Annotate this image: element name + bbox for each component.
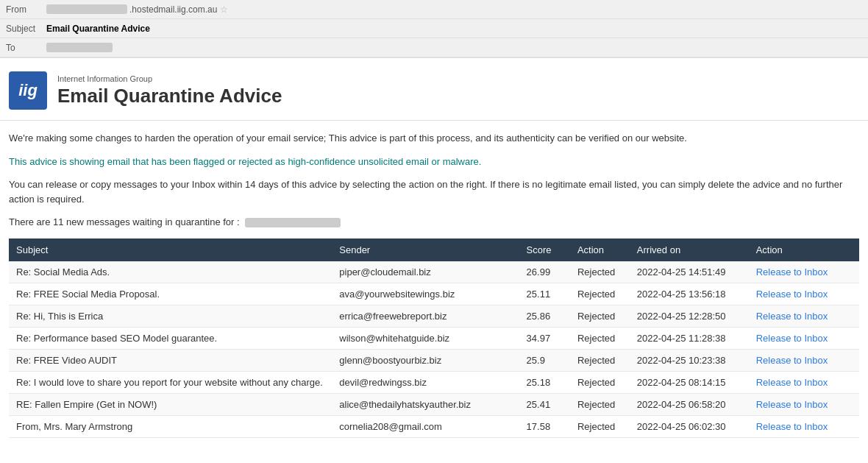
release-inbox-link[interactable]: Release to Inbox: [756, 266, 828, 278]
col-header-subject: Subject: [9, 238, 332, 261]
release-inbox-link[interactable]: Release to Inbox: [756, 377, 828, 388]
release-inbox-link[interactable]: Release to Inbox: [756, 333, 828, 344]
cell-sender: cornelia208@gmail.com: [332, 415, 519, 437]
table-header: Subject Sender Score Action Arrived on A…: [9, 238, 859, 261]
cell-action: Rejected: [570, 415, 630, 437]
col-header-action: Action: [570, 238, 630, 261]
cell-subject: Re: I would love to share you report for…: [9, 371, 332, 393]
cell-score: 25.18: [519, 371, 570, 393]
cell-arrived: 2022-04-25 11:28:38: [630, 327, 749, 349]
from-row: From .hostedmail.iig.com.au ☆: [0, 0, 868, 19]
cell-action: Rejected: [570, 283, 630, 305]
cell-arrived: 2022-04-25 14:51:49: [630, 261, 749, 283]
cell-arrived: 2022-04-25 06:58:20: [630, 393, 749, 415]
table-row: Re: Social Media Ads.piper@cloudemail.bi…: [9, 261, 859, 283]
cell-subject: Re: FREE Video AUDIT: [9, 349, 332, 371]
cell-subject: Re: FREE Social Media Proposal.: [9, 283, 332, 305]
cell-sender: alice@thedailyhatskyauther.biz: [332, 393, 519, 415]
cell-action: Rejected: [570, 349, 630, 371]
cell-action-link: Release to Inbox: [749, 393, 859, 415]
cell-action-link: Release to Inbox: [749, 415, 859, 437]
cell-score: 25.9: [519, 349, 570, 371]
cell-score: 25.11: [519, 283, 570, 305]
iig-logo: iig: [9, 71, 47, 110]
iig-org-name: Internet Information Group: [57, 74, 282, 83]
release-inbox-link[interactable]: Release to Inbox: [756, 289, 828, 300]
cell-action: Rejected: [570, 327, 630, 349]
cell-sender: glenn@boostyourbiz.biz: [332, 349, 519, 371]
table-row: RE: Fallen Empire (Get in NOW!)alice@the…: [9, 393, 859, 415]
table-row: Re: FREE Video AUDITglenn@boostyourbiz.b…: [9, 349, 859, 371]
paragraph-1: We're making some changes to harden the …: [9, 131, 859, 146]
cell-action-link: Release to Inbox: [749, 261, 859, 283]
cell-subject: Re: Performance based SEO Model guarante…: [9, 327, 332, 349]
star-icon[interactable]: ☆: [220, 4, 228, 15]
quarantine-count: There are 11 new messages waiting in qua…: [9, 215, 859, 230]
cell-score: 25.41: [519, 393, 570, 415]
cell-arrived: 2022-04-25 13:56:18: [630, 283, 749, 305]
iig-title: Email Quarantine Advice: [57, 85, 282, 107]
cell-action: Rejected: [570, 393, 630, 415]
quarantine-prefix: There are 11 new messages waiting in qua…: [9, 216, 240, 227]
cell-sender: errica@freewebreport.biz: [332, 305, 519, 327]
cell-score: 34.97: [519, 327, 570, 349]
email-header: From .hostedmail.iig.com.au ☆ Subject Em…: [0, 0, 868, 58]
cell-sender: wilson@whitehatguide.biz: [332, 327, 519, 349]
cell-sender: piper@cloudemail.biz: [332, 261, 519, 283]
release-inbox-link[interactable]: Release to Inbox: [756, 311, 828, 322]
table-row: Re: I would love to share you report for…: [9, 371, 859, 393]
from-blurred: [46, 4, 127, 14]
cell-sender: ava@yourwebsitewings.biz: [332, 283, 519, 305]
subject-value: Email Quarantine Advice: [46, 24, 150, 34]
table-row: Re: FREE Social Media Proposal.ava@yourw…: [9, 283, 859, 305]
para3-text: You can release or copy messages to your…: [9, 179, 842, 205]
release-inbox-link[interactable]: Release to Inbox: [756, 355, 828, 366]
cell-arrived: 2022-04-25 10:23:38: [630, 349, 749, 371]
cell-action-link: Release to Inbox: [749, 305, 859, 327]
table-header-row: Subject Sender Score Action Arrived on A…: [9, 238, 859, 261]
table-row: Re: Performance based SEO Model guarante…: [9, 327, 859, 349]
cell-score: 25.86: [519, 305, 570, 327]
cell-action-link: Release to Inbox: [749, 349, 859, 371]
quarantine-email-blurred: [245, 218, 341, 227]
iig-title-block: Internet Information Group Email Quarant…: [57, 74, 282, 107]
quarantine-table: Subject Sender Score Action Arrived on A…: [9, 238, 859, 438]
table-row: From, Mrs. Mary Armstrongcornelia208@gma…: [9, 415, 859, 437]
table-body: Re: Social Media Ads.piper@cloudemail.bi…: [9, 261, 859, 438]
col-header-sender: Sender: [332, 238, 519, 261]
cell-action: Rejected: [570, 371, 630, 393]
cell-arrived: 2022-04-25 12:28:50: [630, 305, 749, 327]
cell-action-link: Release to Inbox: [749, 371, 859, 393]
cell-subject: RE: Fallen Empire (Get in NOW!): [9, 393, 332, 415]
to-row: To: [0, 38, 868, 57]
cell-action-link: Release to Inbox: [749, 283, 859, 305]
iig-header: iig Internet Information Group Email Qua…: [0, 58, 868, 121]
paragraph-2: This advice is showing email that has be…: [9, 155, 859, 169]
to-blurred: [46, 43, 113, 52]
cell-subject: Re: Social Media Ads.: [9, 261, 332, 283]
cell-score: 26.99: [519, 261, 570, 283]
col-header-score: Score: [519, 238, 570, 261]
cell-score: 17.58: [519, 415, 570, 437]
cell-action: Rejected: [570, 261, 630, 283]
release-inbox-link[interactable]: Release to Inbox: [756, 399, 828, 410]
cell-subject: Re: Hi, This is Errica: [9, 305, 332, 327]
from-domain: .hostedmail.iig.com.au: [129, 4, 217, 15]
content-area: We're making some changes to harden the …: [0, 121, 868, 445]
from-label: From: [6, 4, 46, 15]
cell-sender: devil@redwingss.biz: [332, 371, 519, 393]
email-body: iig Internet Information Group Email Qua…: [0, 58, 868, 445]
cell-action: Rejected: [570, 305, 630, 327]
paragraph-3: You can release or copy messages to your…: [9, 177, 859, 206]
col-header-action2: Action: [749, 238, 859, 261]
release-inbox-link[interactable]: Release to Inbox: [756, 421, 828, 432]
cell-arrived: 2022-04-25 08:14:15: [630, 371, 749, 393]
cell-action-link: Release to Inbox: [749, 327, 859, 349]
table-row: Re: Hi, This is Erricaerrica@freewebrepo…: [9, 305, 859, 327]
subject-label: Subject: [6, 24, 46, 34]
col-header-arrived: Arrived on: [630, 238, 749, 261]
to-label: To: [6, 43, 46, 53]
cell-arrived: 2022-04-25 06:02:30: [630, 415, 749, 437]
cell-subject: From, Mrs. Mary Armstrong: [9, 415, 332, 437]
subject-row: Subject Email Quarantine Advice: [0, 19, 868, 38]
